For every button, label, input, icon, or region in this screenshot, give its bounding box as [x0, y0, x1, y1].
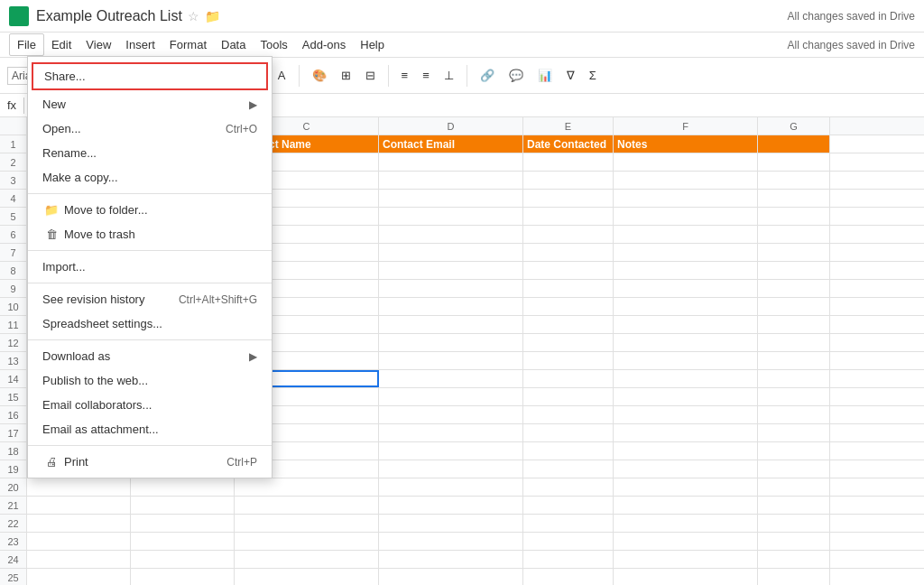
- menu-item-make-copy[interactable]: Make a copy...: [28, 165, 272, 190]
- cell-g14[interactable]: [758, 370, 830, 387]
- cell-d8[interactable]: [379, 262, 523, 279]
- cell-b21[interactable]: [131, 497, 235, 514]
- row-9[interactable]: 9: [0, 280, 26, 298]
- row-7[interactable]: 7: [0, 244, 26, 262]
- cell-b25[interactable]: [131, 569, 235, 585]
- cell-d1[interactable]: Contact Email: [379, 135, 523, 153]
- cell-a20[interactable]: [27, 478, 131, 496]
- cell-f12[interactable]: [614, 334, 758, 351]
- col-header-g[interactable]: G: [758, 117, 830, 135]
- cell-g15[interactable]: [758, 388, 830, 405]
- cell-e11[interactable]: [523, 316, 614, 333]
- cell-d11[interactable]: [379, 316, 523, 333]
- cell-g7[interactable]: [758, 244, 830, 261]
- cell-d23[interactable]: [379, 533, 523, 550]
- col-header-d[interactable]: D: [379, 117, 523, 135]
- menu-view[interactable]: View: [79, 34, 118, 55]
- col-header-e[interactable]: E: [523, 117, 614, 135]
- cell-f15[interactable]: [614, 388, 758, 405]
- cell-e15[interactable]: [523, 388, 614, 405]
- align-left-button[interactable]: ≡: [396, 65, 414, 86]
- cell-d24[interactable]: [379, 551, 523, 568]
- cell-e21[interactable]: [523, 497, 614, 514]
- merge-button[interactable]: ⊟: [360, 65, 381, 86]
- cell-c23[interactable]: [235, 533, 379, 550]
- menu-item-new[interactable]: New ▶: [28, 92, 272, 116]
- cell-d22[interactable]: [379, 515, 523, 532]
- row-25[interactable]: 25: [0, 569, 26, 585]
- filter-button[interactable]: ∇: [561, 65, 580, 86]
- cell-b24[interactable]: [131, 551, 235, 568]
- cell-f19[interactable]: [614, 460, 758, 478]
- cell-e22[interactable]: [523, 515, 614, 532]
- cell-c21[interactable]: [235, 497, 379, 514]
- cell-f2[interactable]: [614, 153, 758, 171]
- row-1[interactable]: 1: [0, 135, 26, 153]
- cell-f11[interactable]: [614, 316, 758, 333]
- cell-d14[interactable]: [379, 370, 523, 387]
- cell-f23[interactable]: [614, 533, 758, 550]
- cell-e7[interactable]: [523, 244, 614, 261]
- cell-a25[interactable]: [27, 569, 131, 585]
- cell-d17[interactable]: [379, 424, 523, 441]
- fill-color-button[interactable]: 🎨: [307, 65, 332, 86]
- link-button[interactable]: 🔗: [475, 65, 500, 86]
- cell-d5[interactable]: [379, 208, 523, 225]
- cell-c24[interactable]: [235, 551, 379, 568]
- cell-d9[interactable]: [379, 280, 523, 297]
- cell-e8[interactable]: [523, 262, 614, 279]
- cell-g25[interactable]: [758, 569, 830, 585]
- function-button[interactable]: Σ: [584, 65, 602, 86]
- align-center-button[interactable]: ≡: [417, 65, 435, 86]
- cell-d4[interactable]: [379, 190, 523, 207]
- cell-g21[interactable]: [758, 497, 830, 514]
- row-14[interactable]: 14: [0, 370, 26, 388]
- menu-item-share[interactable]: Share...: [32, 62, 268, 90]
- cell-f18[interactable]: [614, 442, 758, 460]
- valign-button[interactable]: ⊥: [439, 65, 459, 86]
- cell-g11[interactable]: [758, 316, 830, 333]
- cell-f20[interactable]: [614, 478, 758, 496]
- row-8[interactable]: 8: [0, 262, 26, 280]
- row-19[interactable]: 19: [0, 460, 26, 478]
- cell-d7[interactable]: [379, 244, 523, 261]
- row-2[interactable]: 2: [0, 153, 26, 172]
- cell-d15[interactable]: [379, 388, 523, 405]
- cell-g6[interactable]: [758, 226, 830, 243]
- cell-d18[interactable]: [379, 442, 523, 460]
- borders-button[interactable]: ⊞: [336, 65, 356, 86]
- cell-f7[interactable]: [614, 244, 758, 261]
- cell-a22[interactable]: [27, 515, 131, 532]
- cell-e6[interactable]: [523, 226, 614, 243]
- cell-g2[interactable]: [758, 153, 830, 171]
- cell-d3[interactable]: [379, 172, 523, 189]
- cell-d13[interactable]: [379, 352, 523, 369]
- row-6[interactable]: 6: [0, 226, 26, 244]
- cell-e1[interactable]: Date Contacted: [523, 135, 614, 153]
- menu-item-print[interactable]: 🖨 Print Ctrl+P: [28, 450, 272, 474]
- cell-g23[interactable]: [758, 533, 830, 550]
- cell-e5[interactable]: [523, 208, 614, 225]
- cell-f4[interactable]: [614, 190, 758, 207]
- cell-c20[interactable]: [235, 478, 379, 496]
- menu-addons[interactable]: Add-ons: [295, 34, 353, 55]
- cell-f1[interactable]: Notes: [614, 135, 758, 153]
- cell-g19[interactable]: [758, 460, 830, 478]
- row-11[interactable]: 11: [0, 316, 26, 334]
- cell-d16[interactable]: [379, 406, 523, 423]
- menu-item-rename[interactable]: Rename...: [28, 141, 272, 165]
- cell-g10[interactable]: [758, 298, 830, 315]
- cell-f22[interactable]: [614, 515, 758, 532]
- menu-item-move-folder[interactable]: 📁 Move to folder...: [28, 198, 272, 222]
- cell-f25[interactable]: [614, 569, 758, 585]
- cell-g5[interactable]: [758, 208, 830, 225]
- cell-d12[interactable]: [379, 334, 523, 351]
- menu-file[interactable]: File: [9, 33, 44, 56]
- cell-g24[interactable]: [758, 551, 830, 568]
- menu-format[interactable]: Format: [162, 34, 214, 55]
- row-10[interactable]: 10: [0, 298, 26, 316]
- cell-g8[interactable]: [758, 262, 830, 279]
- cell-e12[interactable]: [523, 334, 614, 351]
- menu-data[interactable]: Data: [214, 34, 253, 55]
- row-23[interactable]: 23: [0, 533, 26, 551]
